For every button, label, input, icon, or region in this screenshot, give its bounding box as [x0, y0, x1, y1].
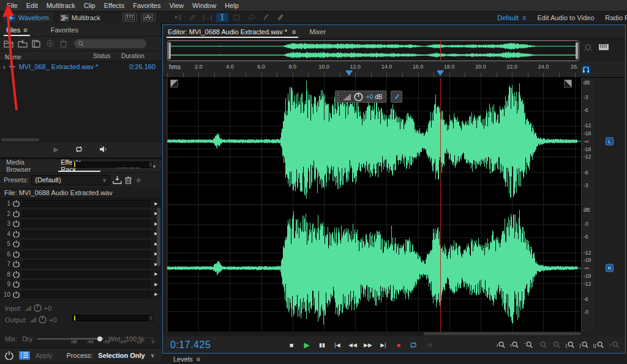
power-icon[interactable] [13, 291, 20, 298]
slot-arrow-icon[interactable]: ▶ [153, 282, 159, 287]
effect-slot[interactable] [22, 261, 151, 267]
record-button[interactable]: ● [394, 341, 404, 349]
zoom-out-amplitude-button[interactable]: ) [579, 341, 588, 348]
files-panel-menu-icon[interactable]: ≡ [23, 26, 27, 34]
rack-scrollbar[interactable] [157, 207, 160, 266]
playhead-handle-icon[interactable] [437, 70, 444, 76]
apply-button[interactable]: Apply [36, 352, 53, 359]
power-icon[interactable] [13, 231, 20, 237]
razor-tool-icon[interactable] [187, 13, 199, 22]
db-scale[interactable]: dB-3-3-6-6-12-12-18-18-∞dB-3-3-6-6-12-12… [581, 78, 595, 332]
effects-rack-row[interactable]: 1 ▶ [0, 199, 162, 209]
effects-rack-row[interactable]: 8 ▶ [0, 270, 162, 280]
effects-rack-row[interactable]: 5 ▶ [0, 239, 162, 250]
overview-right-handle[interactable] [576, 42, 578, 59]
slot-arrow-icon[interactable]: ▶ [153, 272, 159, 277]
slot-arrow-icon[interactable]: ▶ [153, 292, 159, 297]
power-icon[interactable] [13, 261, 20, 267]
power-icon[interactable] [13, 271, 20, 278]
search-input[interactable] [74, 39, 146, 48]
menu-clip[interactable]: Clip [80, 0, 100, 11]
chevron-down-icon[interactable]: ∨ [151, 352, 155, 358]
effects-rack-row[interactable]: 9 ▶ [0, 280, 162, 290]
horizontal-scrollbar[interactable] [167, 332, 581, 336]
loop-playback-button[interactable] [409, 341, 419, 349]
show-spectral-keyboard-button[interactable] [122, 13, 137, 22]
workspace-radio-production[interactable]: Radio Product [605, 14, 627, 21]
power-icon[interactable] [13, 240, 20, 247]
menu-view[interactable]: View [165, 0, 188, 11]
power-icon[interactable] [13, 220, 20, 227]
rack-power-icon[interactable] [5, 351, 13, 360]
effect-slot[interactable] [22, 240, 151, 247]
overview-waveform-canvas[interactable] [171, 42, 576, 59]
import-file-icon[interactable] [18, 40, 28, 48]
snap-magnet-icon[interactable] [581, 65, 591, 75]
scrollbar-thumb[interactable] [424, 332, 581, 335]
channel-badge-right[interactable]: R [606, 264, 614, 272]
time-display[interactable]: 0:17.425 [170, 340, 262, 351]
zoom-in-amplitude-button[interactable]: ( [565, 341, 574, 348]
power-icon[interactable] [13, 210, 20, 217]
tab-favorites[interactable]: Favorites [45, 23, 84, 37]
zoom-out-time-button[interactable]: I [510, 341, 519, 348]
rewind-button[interactable]: ◀◀ [348, 342, 358, 348]
output-gain-knob[interactable] [39, 316, 47, 324]
overview-navigator[interactable] [167, 40, 579, 61]
effects-rack-row[interactable]: 2 ▶ [0, 209, 162, 220]
menu-window[interactable]: Window [188, 0, 220, 11]
tab-media-browser[interactable]: Media Browser [0, 159, 50, 173]
marquee-selection-tool-icon[interactable] [231, 13, 243, 22]
move-tool-icon[interactable] [172, 13, 184, 22]
effect-slot[interactable] [22, 200, 151, 207]
menu-effects[interactable]: Effects [100, 0, 129, 11]
trash-icon[interactable] [60, 40, 70, 48]
process-dropdown[interactable]: Selection Only [98, 352, 145, 359]
skip-selection-button[interactable]: ◃)) [424, 342, 434, 347]
slot-arrow-icon[interactable]: ▶ [153, 201, 159, 206]
rack-list-toggle-icon[interactable] [19, 351, 30, 360]
hud-fade-icon[interactable] [343, 94, 351, 100]
zoom-in-full-button[interactable]: ‾ [524, 341, 533, 348]
hud-grip-icon[interactable] [337, 92, 340, 101]
workspace-edit-audio-to-video[interactable]: Edit Audio to Video [538, 14, 595, 21]
play-button[interactable]: ▶ [302, 341, 312, 349]
menu-favorites[interactable]: Favorites [129, 0, 165, 11]
new-file-icon[interactable] [32, 40, 42, 48]
waveform-canvas[interactable] [167, 78, 581, 332]
editor-panel-menu-icon[interactable]: ≡ [292, 28, 296, 35]
power-icon[interactable] [13, 281, 20, 288]
menu-file[interactable]: File [2, 0, 22, 11]
effect-slot[interactable] [22, 271, 151, 278]
time-selection-tool-button[interactable]: I [216, 13, 228, 22]
tab-editor[interactable]: Editor: MVI_0688 Audio Extracted.wav * ≡ [163, 25, 301, 39]
gain-hud[interactable]: +0 dB [335, 91, 386, 103]
lasso-selection-tool-icon[interactable] [246, 13, 258, 22]
channel-badge-left[interactable]: L [606, 137, 614, 145]
effect-slot[interactable] [22, 210, 151, 217]
hud-gain-knob[interactable] [354, 92, 363, 102]
preset-dropdown[interactable]: (Default) ∨ [31, 175, 110, 185]
effects-rack-row[interactable]: 10 ▶ [0, 290, 162, 300]
favorite-star-icon[interactable]: ★ [135, 176, 142, 185]
zoom-full-button[interactable]: T [609, 341, 619, 348]
stop-button[interactable]: ■ [287, 341, 296, 349]
skip-to-end-button[interactable]: ▶| [378, 342, 388, 348]
effect-slot[interactable] [22, 220, 151, 227]
fade-out-handle[interactable] [564, 80, 572, 87]
preview-play-icon[interactable]: ▶ [53, 146, 58, 154]
mix-slider[interactable] [37, 338, 103, 340]
expander-icon[interactable]: › [3, 63, 6, 70]
open-file-icon[interactable] [4, 40, 13, 48]
effect-slot[interactable] [22, 281, 151, 288]
power-icon[interactable] [13, 251, 20, 258]
timeline-ruler[interactable]: hms 2.04.06.08.010.012.014.016.018.020.0… [163, 62, 625, 78]
pause-button[interactable]: ▮▮ [317, 342, 327, 348]
zoom-in-time-button[interactable]: I [497, 341, 505, 348]
effects-rack-row[interactable]: 6 ▶ [0, 250, 162, 260]
file-list-header[interactable]: Name ↑ Status Duration [0, 51, 162, 61]
skip-to-start-button[interactable]: |◀ [332, 342, 342, 348]
waveform-view-button[interactable]: Waveform [2, 12, 53, 23]
zoom-out-full-button[interactable]: ‾ [538, 341, 547, 348]
effect-slot[interactable] [22, 231, 151, 237]
